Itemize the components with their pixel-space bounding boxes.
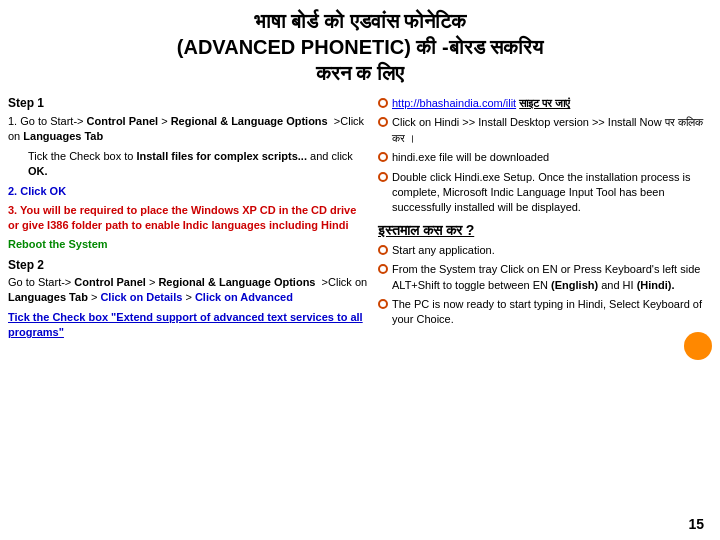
usage-text-2: From the System tray Click on EN or Pres… <box>392 262 712 293</box>
left-column: Step 1 1. Go to Start-> Control Panel > … <box>8 96 368 360</box>
bullet-text-3: hindi.exe file will be downloaded <box>392 150 549 165</box>
step1-text1: 1. Go to Start-> Control Panel > Regiona… <box>8 114 368 145</box>
step2-text1: Go to Start-> Control Panel > Regional &… <box>8 275 368 306</box>
slide-subtitle2: करन क लिए <box>8 60 712 86</box>
orange-circle-decoration <box>684 332 712 360</box>
right-column: http://bhashaindia.com/ilit साइट पर जाएं… <box>378 96 712 360</box>
bullet-icon-4 <box>378 172 388 182</box>
bullet-icon-2 <box>378 117 388 127</box>
bullet-text-4: Double click Hindi.exe Setup. Once the i… <box>392 170 712 216</box>
bullet-text-1: http://bhashaindia.com/ilit साइट पर जाएं <box>392 96 570 111</box>
step1-tick: Tick the Check box to Install files for … <box>28 149 368 180</box>
usage-text-3: The PC is now ready to start typing in H… <box>392 297 712 328</box>
slide: भाषा बोर्ड को एडवांस फोनेटिक (ADVANCED P… <box>0 0 720 540</box>
content-area: Step 1 1. Go to Start-> Control Panel > … <box>8 96 712 360</box>
bullet-icon-3 <box>378 152 388 162</box>
bullet-item-4: Double click Hindi.exe Setup. Once the i… <box>378 170 712 216</box>
step1-point3: 3. You will be required to place the Win… <box>8 203 368 234</box>
title-area: भाषा बोर्ड को एडवांस फोनेटिक (ADVANCED P… <box>8 8 712 86</box>
step2-tick: Tick the Check box "Extend support of ad… <box>8 310 368 341</box>
usage-heading: इस्तमाल कस कर ? <box>378 222 712 239</box>
step1-heading: Step 1 <box>8 96 368 110</box>
link-bhasha[interactable]: http://bhashaindia.com/ilit <box>392 97 516 109</box>
reboot-text: Reboot the System <box>8 238 368 250</box>
page-number: 15 <box>688 516 704 532</box>
bullet-item-3: hindi.exe file will be downloaded <box>378 150 712 165</box>
usage-icon-2 <box>378 264 388 274</box>
usage-bullet-2: From the System tray Click on EN or Pres… <box>378 262 712 293</box>
usage-bullet-1: Start any application. <box>378 243 712 258</box>
step2-heading: Step 2 <box>8 258 368 272</box>
usage-bullet-3: The PC is now ready to start typing in H… <box>378 297 712 328</box>
usage-icon-1 <box>378 245 388 255</box>
bullet-icon-1 <box>378 98 388 108</box>
bullet-item-1: http://bhashaindia.com/ilit साइट पर जाएं <box>378 96 712 111</box>
step1-click-ok: 2. Click OK <box>8 184 368 199</box>
bullet-item-2: Click on Hindi >> Install Desktop versio… <box>378 115 712 146</box>
usage-icon-3 <box>378 299 388 309</box>
slide-title: भाषा बोर्ड को एडवांस फोनेटिक <box>8 8 712 34</box>
usage-text-1: Start any application. <box>392 243 495 258</box>
slide-subtitle: (ADVANCED PHONETIC) की -बोरड सकरिय <box>8 34 712 60</box>
bullet-text-2: Click on Hindi >> Install Desktop versio… <box>392 115 712 146</box>
